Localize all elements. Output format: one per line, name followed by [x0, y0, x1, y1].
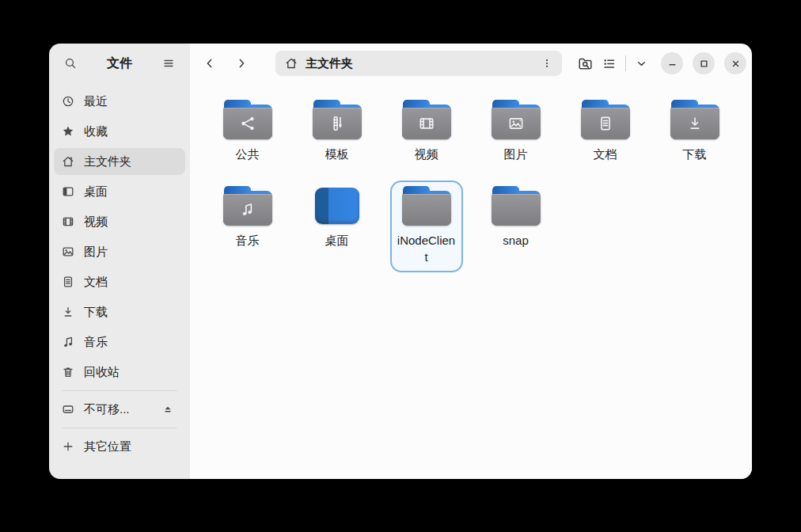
- path-menu-button[interactable]: [537, 53, 557, 74]
- download-emblem-icon: [685, 114, 704, 133]
- file-item[interactable]: 视频: [394, 94, 459, 169]
- file-item[interactable]: snap: [484, 180, 549, 272]
- sidebar-item-music[interactable]: 音乐: [54, 329, 185, 355]
- maximize-button[interactable]: [693, 52, 715, 74]
- plus-icon: [62, 440, 74, 453]
- file-grid: 公共 模板: [190, 83, 752, 479]
- file-name: 桌面: [325, 233, 349, 249]
- folder-icon: [222, 100, 273, 139]
- eject-button[interactable]: [158, 400, 177, 419]
- maximize-icon: [698, 58, 710, 70]
- desktop-icon: [62, 185, 74, 198]
- folder-icon: [491, 186, 541, 226]
- sidebar-item-label: 回收站: [84, 365, 120, 380]
- file-item-inodeclient: iNodeClient: [382, 180, 471, 272]
- video-icon: [62, 215, 74, 228]
- file-item[interactable]: 图片: [484, 94, 549, 169]
- file-item[interactable]: 下载: [662, 94, 727, 169]
- minimize-icon: [666, 58, 678, 70]
- file-item-templates: 模板: [292, 94, 382, 169]
- sidebar: 文件 最近 收藏: [49, 44, 190, 479]
- sidebar-item-documents[interactable]: 文档: [54, 268, 185, 295]
- folder-icon: [312, 100, 363, 139]
- minimize-button[interactable]: [661, 52, 683, 74]
- sidebar-header: 文件: [49, 44, 190, 83]
- back-icon: [203, 57, 216, 70]
- file-name: 公共: [236, 146, 260, 162]
- file-item-snap: snap: [471, 180, 560, 272]
- folder-icon: [491, 100, 541, 139]
- sidebar-item-label: 桌面: [84, 184, 108, 200]
- close-icon: [730, 58, 742, 70]
- sidebar-item-label: 视频: [84, 215, 108, 230]
- path-bar[interactable]: 主文件夹: [275, 51, 562, 76]
- file-name: snap: [503, 233, 529, 249]
- document-icon: [62, 276, 74, 288]
- view-options-button[interactable]: [631, 51, 651, 75]
- sidebar-item-videos[interactable]: 视频: [54, 208, 185, 235]
- home-icon: [62, 155, 74, 168]
- file-item[interactable]: 文档: [573, 94, 638, 169]
- close-button[interactable]: [724, 52, 746, 74]
- sidebar-item-home[interactable]: 主文件夹: [54, 148, 185, 175]
- file-item[interactable]: 公共: [215, 94, 280, 169]
- sidebar-item-label: 下载: [84, 305, 108, 320]
- image-icon: [62, 245, 74, 258]
- file-name: 文档: [594, 146, 617, 162]
- document-emblem-icon: [596, 114, 615, 133]
- sidebar-item-starred[interactable]: 收藏: [54, 118, 185, 145]
- trash-icon: [62, 366, 74, 378]
- file-item[interactable]: 桌面: [305, 180, 370, 272]
- folder-icon: [670, 100, 720, 139]
- list-view-button[interactable]: [597, 51, 621, 75]
- sidebar-item-downloads[interactable]: 下载: [54, 298, 185, 325]
- folder-icon: [580, 100, 631, 139]
- sidebar-item-desktop[interactable]: 桌面: [54, 178, 185, 205]
- header-bar: 主文件夹: [190, 44, 752, 83]
- sidebar-item-pictures[interactable]: 图片: [54, 238, 185, 265]
- file-item[interactable]: 模板: [305, 94, 370, 169]
- search-folder-icon: [578, 56, 593, 71]
- menu-button[interactable]: [157, 51, 180, 75]
- share-emblem-icon: [238, 114, 257, 133]
- sidebar-item-label: 主文件夹: [84, 154, 131, 169]
- drive-icon: [62, 403, 74, 416]
- back-button[interactable]: [198, 51, 222, 75]
- file-name: 下载: [683, 146, 707, 162]
- chevron-down-icon: [636, 58, 647, 70]
- sidebar-item-removable-drive[interactable]: 不可移...: [54, 396, 185, 423]
- sidebar-item-label: 图片: [84, 245, 108, 260]
- file-name: 图片: [504, 146, 528, 162]
- search-folder-button[interactable]: [573, 51, 597, 75]
- file-name: 音乐: [236, 233, 260, 249]
- image-emblem-icon: [507, 114, 526, 133]
- file-item[interactable]: 音乐: [215, 180, 280, 272]
- file-item-music: 音乐: [203, 180, 292, 272]
- sidebar-item-trash[interactable]: 回收站: [54, 359, 185, 386]
- sidebar-divider: [62, 428, 177, 428]
- search-icon: [64, 57, 77, 70]
- main-pane: 主文件夹: [190, 44, 752, 479]
- file-manager-window: 文件 最近 收藏: [49, 44, 752, 479]
- sidebar-list: 最近 收藏 主文件夹 桌面: [49, 83, 190, 463]
- file-item-selected[interactable]: iNodeClient: [390, 180, 463, 272]
- desktop-folder-icon: [312, 186, 363, 226]
- folder-icon: [222, 186, 273, 226]
- home-icon: [285, 57, 298, 70]
- file-item-videos: 视频: [382, 94, 471, 169]
- file-name: 模板: [325, 146, 349, 162]
- video-emblem-icon: [417, 114, 436, 133]
- forward-button[interactable]: [230, 51, 253, 75]
- sidebar-item-label: 最近: [84, 94, 108, 109]
- toolbar-separator: [625, 55, 626, 71]
- file-item-public: 公共: [203, 94, 292, 169]
- search-button[interactable]: [59, 51, 82, 75]
- file-name: iNodeClient: [397, 233, 456, 265]
- sidebar-item-recent[interactable]: 最近: [54, 88, 185, 115]
- forward-icon: [235, 57, 248, 70]
- sidebar-item-other-locations[interactable]: 其它位置: [54, 433, 185, 460]
- eject-icon: [162, 404, 173, 415]
- menu-icon: [162, 57, 175, 70]
- file-item-desktop: 桌面: [292, 180, 382, 272]
- list-view-icon: [602, 57, 616, 70]
